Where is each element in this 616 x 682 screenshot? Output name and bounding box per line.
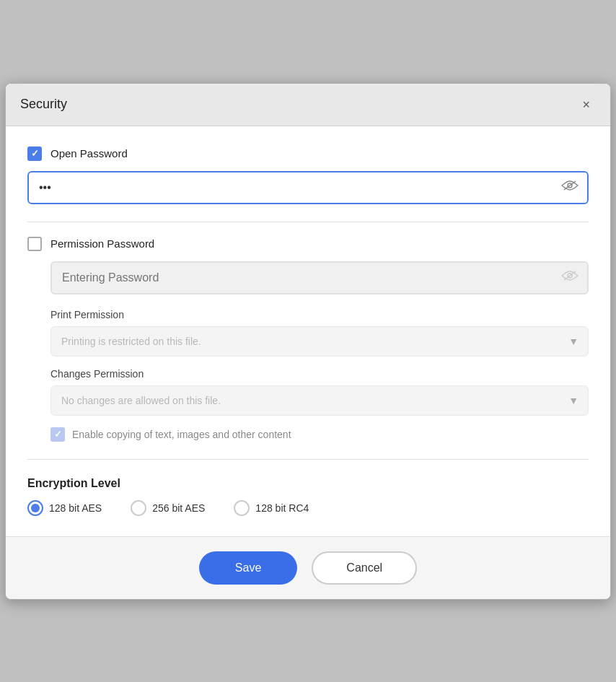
permission-password-section: Permission Password Print Permission [27,237,589,442]
dialog-header: Security × [6,84,610,126]
open-password-input[interactable] [27,171,589,204]
open-password-checkbox[interactable]: ✓ [27,147,42,161]
open-password-row: ✓ Open Password [27,147,589,161]
permission-password-eye-icon [561,270,578,285]
permission-password-label: Permission Password [50,237,154,250]
radio-btn-128rc4[interactable] [234,500,250,516]
changes-permission-label: Changes Permission [50,368,589,380]
permission-block: Print Permission Printing is restricted … [27,261,589,442]
radio-256aes[interactable]: 256 bit AES [131,500,205,516]
save-button[interactable]: Save [199,551,297,585]
encryption-section: Encryption Level 128 bit AES 256 bit AES… [27,474,589,516]
encryption-radio-group: 128 bit AES 256 bit AES 128 bit RC4 [27,500,589,516]
print-permission-select-wrapper: Printing is restricted on this file. ▼ [50,326,589,357]
radio-btn-256aes[interactable] [131,500,146,516]
open-password-label: Open Password [50,147,128,159]
radio-label-128aes: 128 bit AES [49,502,102,514]
permission-password-input-wrapper [50,261,589,294]
copy-content-checkbox: ✓ [50,427,65,442]
radio-btn-128aes[interactable] [27,500,43,516]
divider-1 [27,222,589,222]
copy-content-row: ✓ Enable copying of text, images and oth… [50,427,589,442]
permission-password-row: Permission Password [27,237,589,251]
radio-128aes[interactable]: 128 bit AES [27,500,102,516]
permission-password-checkbox[interactable] [27,237,42,251]
changes-permission-field: Changes Permission No changes are allowe… [50,368,589,416]
open-password-eye-icon[interactable] [561,180,578,195]
radio-label-256aes: 256 bit AES [152,502,205,514]
dialog-title: Security [20,97,67,112]
radio-label-128rc4: 128 bit RC4 [255,502,309,514]
print-permission-field: Print Permission Printing is restricted … [50,309,589,357]
dialog-body: ✓ Open Password [6,126,610,536]
open-password-input-wrapper [27,171,589,204]
open-password-section: ✓ Open Password [27,147,589,204]
security-dialog: Security × ✓ Open Password [5,83,611,600]
radio-128rc4[interactable]: 128 bit RC4 [234,500,309,516]
encryption-title: Encryption Level [27,477,589,490]
print-permission-select[interactable]: Printing is restricted on this file. [50,326,589,357]
changes-permission-select-wrapper: No changes are allowed on this file. ▼ [50,385,589,416]
close-button[interactable]: × [576,95,596,114]
dialog-footer: Save Cancel [6,536,610,599]
permission-password-input [50,261,589,294]
changes-permission-select[interactable]: No changes are allowed on this file. [50,385,589,416]
divider-2 [27,459,589,460]
copy-content-label: Enable copying of text, images and other… [72,429,291,440]
print-permission-label: Print Permission [50,309,589,320]
cancel-button[interactable]: Cancel [312,551,417,585]
